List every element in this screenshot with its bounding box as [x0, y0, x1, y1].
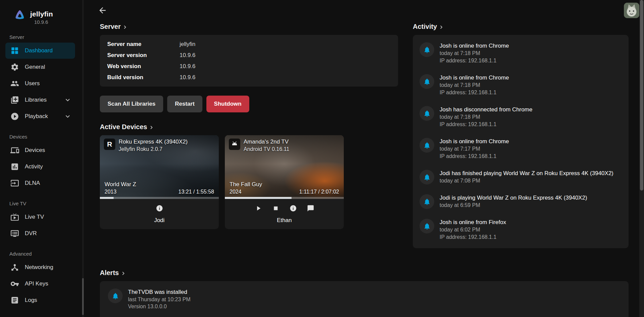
alerts-heading: Alerts: [100, 269, 119, 277]
active-sessions-row: R Roku Express 4K (3940X2) Jellyfin Roku…: [100, 135, 398, 229]
dvr-icon: [10, 229, 19, 238]
server-info-card: Server name jellyfin Server version 10.9…: [100, 35, 398, 87]
session-footer: Jodi: [100, 199, 219, 229]
activity-heading: Activity: [413, 23, 437, 31]
field-value: jellyfin: [180, 41, 195, 48]
server-actions: Scan All Libraries Restart Shutdown: [100, 96, 398, 112]
sidebar-item-label: Users: [25, 80, 40, 87]
chevron-down-icon[interactable]: [64, 96, 72, 104]
chevron-right-icon: [120, 270, 127, 277]
page-scrollbar-thumb[interactable]: [640, 0, 643, 191]
sidebar-item-label: Activity: [25, 163, 43, 170]
field-label: Build version: [107, 74, 180, 81]
media-title: World War Z: [105, 181, 136, 188]
alert-title: TheTVDB was installed: [128, 288, 190, 296]
session-stop-button[interactable]: [271, 204, 280, 213]
sidebar-item-users[interactable]: Users: [5, 75, 75, 92]
session-info-button[interactable]: [155, 204, 164, 213]
sidebar-item-networking[interactable]: Networking: [5, 259, 75, 275]
device-identity: Amanda's 2nd TV Android TV 0.16.11: [229, 139, 289, 152]
media-year: 2024: [230, 189, 262, 195]
activity-text: Josh is online from Chrome today at 7:17…: [440, 138, 509, 160]
sidebar-item-general[interactable]: General: [5, 59, 75, 75]
client-version: Android TV 0.16.11: [244, 146, 289, 152]
sidebar-section-server: Server: [0, 34, 84, 40]
now-playing-text: World War Z 2013: [105, 181, 136, 195]
back-button[interactable]: [96, 4, 109, 17]
activity-ip: IP address: 192.168.1.1: [440, 121, 532, 128]
activity-item: Josh is online from Firefox today at 6:0…: [420, 219, 622, 241]
sidebar-scrollbar-thumb[interactable]: [82, 278, 84, 315]
play-icon: [255, 205, 262, 212]
media-title: The Fall Guy: [230, 181, 262, 188]
sidebar-item-dashboard[interactable]: Dashboard: [5, 43, 75, 59]
server-section-link[interactable]: Server: [100, 23, 128, 31]
active-devices-link[interactable]: Active Devices: [100, 123, 155, 131]
play-circle-icon: [10, 112, 19, 121]
sidebar-item-libraries[interactable]: Libraries: [5, 92, 75, 108]
sidebar-item-dlna[interactable]: DLNA: [5, 175, 75, 191]
sidebar-section-advanced: Advanced: [0, 251, 84, 257]
active-devices-heading: Active Devices: [100, 123, 147, 131]
activity-time: today at 7:08 PM: [440, 177, 614, 184]
playback-time: 1:11:17 / 2:07:02: [299, 189, 339, 195]
sidebar-item-label: Logs: [25, 297, 37, 304]
device-name: Amanda's 2nd TV: [244, 139, 289, 145]
sidebar-item-playback[interactable]: Playback: [5, 108, 75, 124]
sidebar-item-activity[interactable]: Activity: [5, 159, 75, 175]
activity-item: Jodi is playing World War Z on Roku Expr…: [420, 194, 622, 209]
server-name-row: Server name jellyfin: [107, 39, 391, 50]
sidebar-item-label: Live TV: [25, 214, 44, 220]
field-value: 10.9.6: [180, 63, 195, 70]
activity-title: Josh is online from Chrome: [440, 138, 509, 145]
notification-bell-icon: [420, 194, 434, 209]
sidebar-item-label: API Keys: [25, 280, 48, 287]
field-label: Web version: [107, 63, 180, 70]
alert-detail: Version 13.0.0.0: [128, 303, 190, 310]
main-content: Server Server name jellyfin Server versi…: [84, 0, 644, 317]
activity-item: Josh is online from Chrome today at 7:17…: [420, 138, 622, 160]
session-card-roku: R Roku Express 4K (3940X2) Jellyfin Roku…: [100, 135, 219, 229]
left-column: Server Server name jellyfin Server versi…: [100, 21, 398, 229]
session-info-button[interactable]: [289, 204, 298, 213]
notification-bell-icon: [420, 219, 434, 233]
sidebar-item-live-tv[interactable]: Live TV: [5, 209, 75, 225]
activity-link[interactable]: Activity: [413, 23, 445, 31]
playback-time: 13:21 / 1:55:58: [178, 189, 214, 195]
restart-button[interactable]: Restart: [167, 96, 202, 112]
scan-all-libraries-button[interactable]: Scan All Libraries: [100, 96, 163, 112]
sidebar-item-label: Playback: [25, 113, 48, 120]
chevron-right-icon: [438, 24, 445, 31]
alerts-panel: TheTVDB was installed last Thursday at 1…: [100, 281, 629, 317]
user-avatar[interactable]: [624, 3, 639, 18]
activity-text: Josh is online from Chrome today at 7:18…: [440, 42, 509, 64]
sidebar-item-label: Networking: [25, 264, 53, 271]
alerts-link[interactable]: Alerts: [100, 269, 127, 277]
right-column: Activity Josh is online from Chrome toda…: [413, 21, 629, 248]
activity-time: today at 7:17 PM: [440, 145, 509, 153]
client-version: Jellyfin Roku 2.0.7: [119, 146, 188, 152]
sidebar-item-label: Devices: [25, 147, 45, 154]
activity-ip: IP address: 192.168.1.1: [440, 153, 509, 160]
session-play-button[interactable]: [254, 204, 263, 213]
session-message-button[interactable]: [306, 204, 315, 213]
android-app-icon: [229, 139, 240, 150]
chevron-down-icon[interactable]: [64, 112, 72, 120]
activity-ip: IP address: 192.168.1.1: [440, 89, 509, 96]
key-icon: [10, 279, 19, 288]
sidebar: jellyfin 10.9.6 Server Dashboard General…: [0, 0, 84, 317]
playback-progress-fill: [100, 197, 114, 199]
activity-title: Jodi is playing World War Z on Roku Expr…: [440, 194, 587, 202]
server-heading: Server: [100, 23, 121, 31]
alert-item: TheTVDB was installed last Thursday at 1…: [108, 288, 621, 310]
sidebar-item-logs[interactable]: Logs: [5, 292, 75, 308]
networking-hub-icon: [10, 263, 19, 272]
sidebar-item-api-keys[interactable]: API Keys: [5, 276, 75, 292]
alerts-section: Alerts TheTVDB was installed last Thursd…: [100, 269, 629, 317]
activity-time: today at 6:02 PM: [440, 226, 506, 233]
sidebar-item-devices[interactable]: Devices: [5, 142, 75, 158]
shutdown-button[interactable]: Shutdown: [206, 96, 249, 112]
sidebar-section-livetv: Live TV: [0, 201, 84, 206]
sidebar-item-dvr[interactable]: DVR: [5, 225, 75, 242]
field-label: Server version: [107, 52, 180, 59]
